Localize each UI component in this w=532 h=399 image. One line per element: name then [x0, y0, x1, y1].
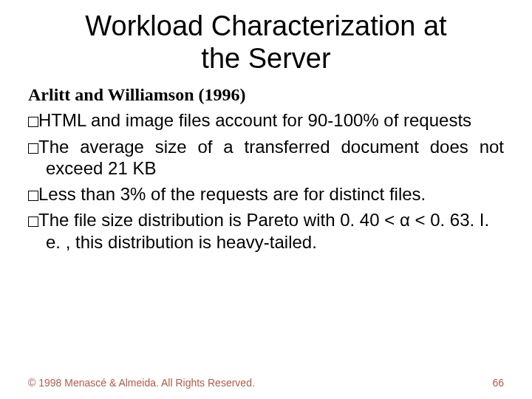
title-line-1: Workload Characterization at [85, 10, 446, 41]
footer-copyright: © 1998 Menascé & Almeida. All Rights Res… [28, 377, 255, 389]
slide-footer: © 1998 Menascé & Almeida. All Rights Res… [0, 377, 532, 389]
slide-title: Workload Characterization at the Server [0, 0, 532, 79]
bullet-square-icon [28, 216, 38, 227]
bullet-item: The average size of a transferred docume… [28, 136, 504, 180]
bullet-text: Less than 3% of the requests are for dis… [38, 184, 426, 204]
footer-page-number: 66 [492, 377, 504, 389]
slide-subtitle: Arlitt and Williamson (1996) [0, 79, 532, 108]
bullet-item: HTML and image files account for 90-100%… [28, 109, 504, 131]
bullet-square-icon [28, 117, 38, 127]
title-line-2: the Server [201, 43, 330, 74]
slide: Workload Characterization at the Server … [0, 0, 532, 399]
bullet-text: HTML and image files account for 90-100%… [38, 110, 471, 130]
bullet-text: The average size of a transferred docume… [38, 137, 504, 178]
slide-body: HTML and image files account for 90-100%… [0, 109, 532, 253]
bullet-item: The file size distribution is Pareto wit… [28, 209, 504, 253]
bullet-square-icon [28, 143, 38, 154]
bullet-square-icon [28, 191, 38, 201]
bullet-text: The file size distribution is Pareto wit… [38, 210, 489, 251]
bullet-item: Less than 3% of the requests are for dis… [28, 183, 504, 205]
